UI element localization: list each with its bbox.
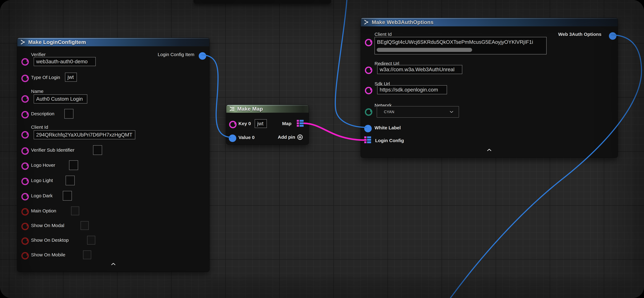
pin-show-on-mobile[interactable] <box>21 252 26 257</box>
client-id-label: Client Id <box>374 32 392 37</box>
key-0-label: Key 0 <box>238 121 251 126</box>
make-map-icon <box>229 106 235 112</box>
collapse-chevron-icon[interactable] <box>487 148 492 151</box>
logo-dark-label: Logo Dark <box>31 193 52 198</box>
make-struct-icon <box>20 39 26 45</box>
name-label: Name <box>31 89 44 94</box>
blueprint-canvas[interactable]: Make LoginConfigItem Verifier Login Conf… <box>0 0 644 298</box>
pin-description[interactable] <box>21 111 26 116</box>
pin-redirect-url[interactable] <box>365 66 370 72</box>
pin-logo-dark[interactable] <box>21 193 26 198</box>
main-option-checkbox[interactable] <box>71 206 79 215</box>
show-on-modal-label: Show On Modal <box>31 223 64 228</box>
login-config-label: Login Config <box>375 138 404 143</box>
offscreen-node-edge[interactable] <box>194 0 331 4</box>
node-title: Make Web3AuthOptions <box>372 19 434 25</box>
node-make-loginconfigitem[interactable]: Make LoginConfigItem Verifier Login Conf… <box>17 38 209 272</box>
show-on-mobile-label: Show On Mobile <box>31 252 65 258</box>
node-make-map[interactable]: Make Map Key 0 jwt Map Value 0 Add pin <box>226 105 308 144</box>
pin-logo-hover[interactable] <box>21 162 26 168</box>
pin-verifier-sub-identifier[interactable] <box>21 147 26 152</box>
output-pin-map[interactable] <box>297 120 304 127</box>
show-on-modal-checkbox[interactable] <box>80 221 89 230</box>
node-header[interactable]: Make LoginConfigItem <box>17 38 209 46</box>
logo-hover-label: Logo Hover <box>31 162 55 168</box>
output-label: Web 3Auth Options <box>558 32 602 37</box>
node-header[interactable]: Make Map <box>226 105 308 113</box>
node-title: Make Map <box>237 106 263 112</box>
add-pin-plus-icon <box>297 134 303 140</box>
sdk-url-input[interactable]: https://sdk.openlogin.com <box>377 85 447 94</box>
show-on-desktop-label: Show On Desktop <box>31 238 69 243</box>
logo-hover-input[interactable] <box>69 160 78 170</box>
pin-logo-light[interactable] <box>21 178 26 183</box>
client-id-input[interactable]: BEglQSgt4cUWcj6SKRdu5QkOXTsePmMcusG5EAoy… <box>374 37 546 54</box>
client-id-text: BEglQSgt4cUWcj6SKRdu5QkOXTsePmMcusG5EAoy… <box>377 39 545 45</box>
network-dropdown[interactable]: CYAN <box>377 106 459 118</box>
network-value: CYAN <box>384 110 394 114</box>
blueprint-editor: Make LoginConfigItem Verifier Login Conf… <box>0 0 644 298</box>
description-label: Description <box>31 111 54 116</box>
logo-light-label: Logo Light <box>31 178 53 183</box>
description-input[interactable] <box>64 109 74 118</box>
pin-client-id[interactable] <box>365 39 370 44</box>
pin-network[interactable] <box>365 108 370 113</box>
main-option-label: Main Option <box>31 208 56 214</box>
add-pin-button[interactable]: Add pin <box>278 134 303 140</box>
pin-client-id[interactable] <box>21 131 26 136</box>
verifier-label: Verifier <box>31 52 46 57</box>
node-make-web3authoptions[interactable]: Make Web3AuthOptions Client Id Web 3Auth… <box>361 18 618 158</box>
redirect-url-input[interactable]: w3a://com.w3a.Web3AuthUnreal <box>377 65 462 74</box>
pin-main-option[interactable] <box>21 208 26 213</box>
logo-light-input[interactable] <box>66 176 75 185</box>
name-input[interactable]: Auth0 Custom Login <box>34 94 87 104</box>
show-on-desktop-checkbox[interactable] <box>87 236 95 244</box>
output-label: Login Config Item <box>158 52 194 57</box>
map-label: Map <box>282 121 292 126</box>
logo-dark-input[interactable] <box>63 191 72 200</box>
add-pin-label: Add pin <box>278 134 295 140</box>
verifier-input[interactable]: web3auth-auth0-demo <box>34 57 96 66</box>
client-id-label: Client Id <box>31 124 48 130</box>
node-header[interactable]: Make Web3AuthOptions <box>361 18 618 26</box>
make-struct-icon <box>364 19 369 25</box>
pin-sdk-url[interactable] <box>365 87 370 92</box>
wire-map-to-login-config[interactable] <box>304 123 366 140</box>
type-of-login-label: Type Of Login <box>31 75 60 80</box>
node-title: Make LoginConfigItem <box>28 39 86 45</box>
pin-verifier[interactable] <box>21 58 26 63</box>
type-of-login-input[interactable]: jwt <box>65 73 77 82</box>
collapse-chevron-icon[interactable] <box>111 262 116 266</box>
pin-show-on-modal[interactable] <box>21 223 26 228</box>
show-on-mobile-checkbox[interactable] <box>83 250 91 259</box>
client-id-scrollbar[interactable] <box>377 48 472 52</box>
verifier-sub-identifier-input[interactable] <box>93 145 102 155</box>
key-0-input[interactable]: jwt <box>255 119 267 128</box>
value-0-label: Value 0 <box>238 135 254 140</box>
chevron-down-icon <box>450 111 454 113</box>
pin-name[interactable] <box>21 95 26 100</box>
pin-key-0[interactable] <box>229 121 234 126</box>
verifier-sub-identifier-label: Verifier Sub Identifier <box>31 148 74 153</box>
pin-type-of-login[interactable] <box>21 75 26 80</box>
client-id-input[interactable]: 294QRkchfq2YaXUbPri7D6PH7xzHgQMT <box>34 130 135 139</box>
white-label-label: White Label <box>374 125 401 130</box>
pin-show-on-desktop[interactable] <box>21 237 26 242</box>
